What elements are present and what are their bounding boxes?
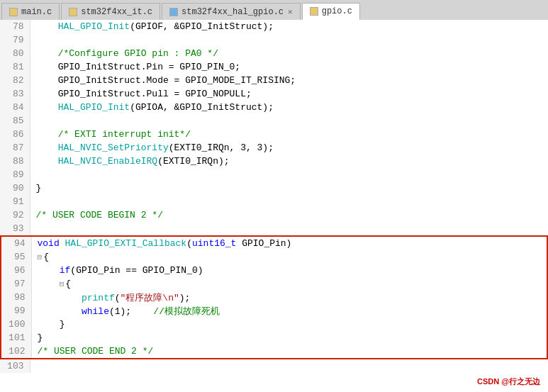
line-code: HAL_NVIC_SetPriority(EXTI0_IRQn, 3, 3); (30, 141, 548, 155)
code-content: 78 HAL_GPIO_Init(GPIOF, &GPIO_InitStruct… (0, 20, 548, 373)
line-code: /* USER CODE END 2 */ (31, 345, 547, 358)
line-code: HAL_NVIC_EnableIRQ(EXTI0_IRQn); (30, 155, 548, 168)
tab-bar: main.c stm32f4xx_it.c stm32f4xx_hal_gpio… (0, 0, 548, 20)
line-number: 102 (1, 345, 31, 358)
tab-icon-it (69, 8, 77, 16)
tab-label-main: main.c (21, 7, 52, 17)
line-code (30, 222, 548, 235)
line-code: printf("程序故障\n"); (31, 291, 547, 304)
tab-icon-gpio (310, 7, 318, 16)
line-number: 91 (0, 195, 30, 208)
table-row: 78 HAL_GPIO_Init(GPIOF, &GPIO_InitStruct… (0, 20, 548, 33)
line-code: /* USER CODE BEGIN 2 */ (30, 208, 548, 222)
highlight-code-table: 94 void HAL_GPIO_EXTI_Callback(uint16_t … (1, 237, 547, 358)
line-code: ⊟{ (31, 250, 547, 264)
table-row: 84 HAL_GPIO_Init(GPIOA, &GPIO_InitStruct… (0, 101, 548, 114)
line-number: 103 (0, 359, 30, 373)
table-row: 102 /* USER CODE END 2 */ (1, 345, 547, 358)
line-code: /*Configure GPIO pin : PA0 */ (30, 47, 548, 60)
line-code: } (31, 318, 547, 331)
line-number: 82 (0, 74, 30, 87)
line-code: void HAL_GPIO_EXTI_Callback(uint16_t GPI… (31, 237, 547, 250)
line-number: 92 (0, 208, 30, 222)
table-row: 95 ⊟{ (1, 250, 547, 264)
table-row: 80 /*Configure GPIO pin : PA0 */ (0, 47, 548, 60)
table-row: 88 HAL_NVIC_EnableIRQ(EXTI0_IRQn); (0, 155, 548, 168)
line-number: 89 (0, 168, 30, 181)
line-code (30, 168, 548, 181)
line-code: /* EXTI interrupt init*/ (30, 128, 548, 141)
code-table: 78 HAL_GPIO_Init(GPIOF, &GPIO_InitStruct… (0, 20, 548, 235)
tab-icon-main (9, 8, 18, 16)
line-number: 101 (1, 331, 31, 345)
tab-label-hal-gpio: stm32f4xx_hal_gpio.c (181, 7, 284, 17)
tab-label-it: stm32f4xx_it.c (81, 7, 152, 17)
line-number: 94 (1, 237, 31, 250)
editor-wrapper: 78 HAL_GPIO_Init(GPIOF, &GPIO_InitStruct… (0, 20, 548, 392)
watermark: CSDN @行之无边 (475, 376, 542, 388)
table-row: 82 GPIO_InitStruct.Mode = GPIO_MODE_IT_R… (0, 74, 548, 87)
editor-container: main.c stm32f4xx_it.c stm32f4xx_hal_gpio… (0, 0, 548, 392)
table-row: 101 } (1, 331, 547, 345)
tab-icon-hal-gpio (169, 8, 178, 16)
tab-main-c[interactable]: main.c (1, 3, 60, 20)
table-row: 99 while(1); //模拟故障死机 (1, 304, 547, 318)
line-number: 79 (0, 33, 30, 47)
line-number: 99 (1, 304, 31, 318)
highlight-block: 94 void HAL_GPIO_EXTI_Callback(uint16_t … (0, 235, 548, 359)
table-row: 93 (0, 222, 548, 235)
table-row: 83 GPIO_InitStruct.Pull = GPIO_NOPULL; (0, 87, 548, 101)
table-row: 96 if(GPIO_Pin == GPIO_PIN_0) (1, 264, 547, 277)
code-area: 78 HAL_GPIO_Init(GPIOF, &GPIO_InitStruct… (0, 20, 548, 373)
table-row: 86 /* EXTI interrupt init*/ (0, 128, 548, 141)
tab-stm32f4xx-it[interactable]: stm32f4xx_it.c (61, 3, 160, 20)
line-code (30, 359, 548, 373)
line-number: 83 (0, 87, 30, 101)
line-code: GPIO_InitStruct.Pull = GPIO_NOPULL; (30, 87, 548, 101)
table-row: 103 (0, 359, 548, 373)
line-number: 95 (1, 250, 31, 264)
line-code (30, 114, 548, 128)
tab-stm32f4xx-hal-gpio[interactable]: stm32f4xx_hal_gpio.c ✕ (162, 3, 301, 20)
line-code: ⊟{ (31, 277, 547, 291)
line-code (30, 33, 548, 47)
table-row: 81 GPIO_InitStruct.Pin = GPIO_PIN_0; (0, 60, 548, 74)
table-row: 97 ⊟{ (1, 277, 547, 291)
line-number: 84 (0, 101, 30, 114)
table-row: 89 (0, 168, 548, 181)
line-number: 85 (0, 114, 30, 128)
line-code: } (30, 181, 548, 195)
table-row: 98 printf("程序故障\n"); (1, 291, 547, 304)
table-row: 92 /* USER CODE BEGIN 2 */ (0, 208, 548, 222)
line-code: HAL_GPIO_Init(GPIOA, &GPIO_InitStruct); (30, 101, 548, 114)
line-number: 90 (0, 181, 30, 195)
tab-gpio-c[interactable]: gpio.c (302, 3, 360, 20)
table-row: 85 (0, 114, 548, 128)
table-row: 91 (0, 195, 548, 208)
line-code: if(GPIO_Pin == GPIO_PIN_0) (31, 264, 547, 277)
close-icon-hal-gpio[interactable]: ✕ (288, 7, 293, 16)
line-number: 86 (0, 128, 30, 141)
table-row: 100 } (1, 318, 547, 331)
line-number: 96 (1, 264, 31, 277)
line-code (30, 195, 548, 208)
line-code: HAL_GPIO_Init(GPIOF, &GPIO_InitStruct); (30, 20, 548, 33)
line-code: } (31, 331, 547, 345)
line-number: 80 (0, 47, 30, 60)
table-row: 87 HAL_NVIC_SetPriority(EXTI0_IRQn, 3, 3… (0, 141, 548, 155)
line-code: GPIO_InitStruct.Pin = GPIO_PIN_0; (30, 60, 548, 74)
code-table-bottom: 103 (0, 359, 548, 373)
table-row: 94 void HAL_GPIO_EXTI_Callback(uint16_t … (1, 237, 547, 250)
table-row: 90 } (0, 181, 548, 195)
line-number: 97 (1, 277, 31, 291)
line-number: 87 (0, 141, 30, 155)
line-code: while(1); //模拟故障死机 (31, 304, 547, 318)
line-number: 100 (1, 318, 31, 331)
line-number: 81 (0, 60, 30, 74)
line-number: 88 (0, 155, 30, 168)
tab-label-gpio: gpio.c (322, 6, 352, 16)
line-code: GPIO_InitStruct.Mode = GPIO_MODE_IT_RISI… (30, 74, 548, 87)
line-number: 78 (0, 20, 30, 33)
line-number: 98 (1, 291, 31, 304)
line-number: 93 (0, 222, 30, 235)
